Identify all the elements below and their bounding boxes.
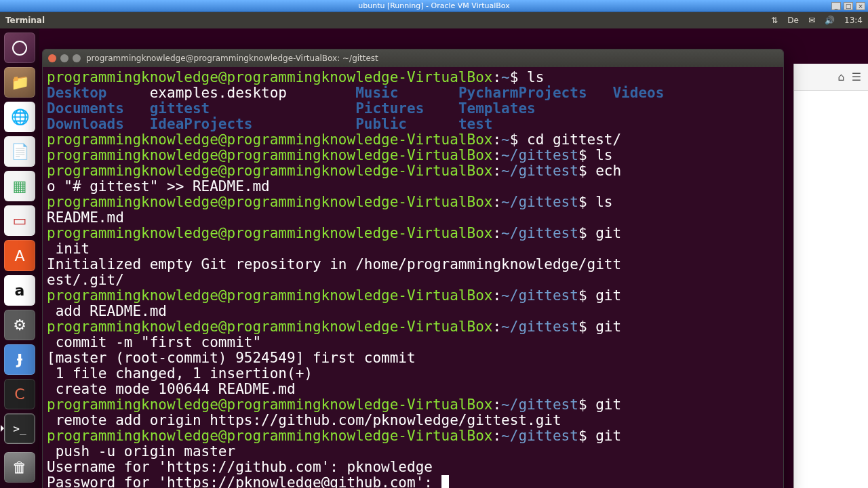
desktop: 📁 🌐 📄 ▦ ▭ A a ⚙ Ɉ C >_ 🗑 ⌂ ☰ programming… — [0, 28, 868, 488]
terminal-close-button[interactable] — [48, 54, 56, 62]
clock[interactable]: 13:4 — [844, 16, 863, 25]
messages-icon[interactable]: ✉ — [808, 16, 815, 25]
terminal-window: programmingknowledge@programmingknowledg… — [42, 49, 784, 488]
terminal-launcher-icon[interactable]: >_ — [4, 413, 35, 444]
libreoffice-writer-icon[interactable]: 📄 — [4, 136, 35, 167]
terminal-titlebar[interactable]: programmingknowledge@programmingknowledg… — [43, 49, 783, 67]
jetbrains-icon[interactable]: Ɉ — [4, 344, 35, 375]
libreoffice-calc-icon[interactable]: ▦ — [4, 171, 35, 201]
window-controls: _ □ × — [831, 2, 865, 10]
settings-icon[interactable]: ⚙ — [4, 310, 35, 340]
dash-icon[interactable] — [4, 33, 35, 63]
terminal-body[interactable]: programmingknowledge@programmingknowledg… — [43, 67, 783, 488]
close-button[interactable]: × — [856, 2, 865, 10]
background-browser-window: ⌂ ☰ — [793, 64, 868, 488]
sound-icon[interactable]: 🔊 — [825, 16, 835, 25]
maximize-button[interactable]: □ — [844, 2, 853, 10]
virtualbox-titlebar: ubuntu [Running] - Oracle VM VirtualBox … — [0, 0, 868, 12]
minimize-button[interactable]: _ — [831, 2, 841, 10]
home-icon[interactable]: ⌂ — [838, 70, 845, 83]
libreoffice-impress-icon[interactable]: ▭ — [4, 205, 35, 236]
network-icon[interactable]: ⇅ — [771, 16, 778, 25]
vbox-title: ubuntu [Running] - Oracle VM VirtualBox — [358, 1, 510, 10]
active-app-label: Terminal — [5, 16, 45, 25]
terminal-maximize-button[interactable] — [73, 54, 81, 62]
keyboard-layout[interactable]: De — [787, 16, 799, 25]
software-center-icon[interactable]: A — [4, 240, 35, 270]
firefox-icon[interactable]: 🌐 — [4, 102, 35, 132]
terminal-minimize-button[interactable] — [60, 54, 68, 62]
ccleaner-icon[interactable]: C — [4, 379, 35, 409]
amazon-icon[interactable]: a — [4, 275, 35, 306]
unity-launcher: 📁 🌐 📄 ▦ ▭ A a ⚙ Ɉ C >_ 🗑 — [0, 28, 39, 488]
svg-point-0 — [13, 41, 26, 55]
trash-icon[interactable]: 🗑 — [4, 452, 35, 483]
ubuntu-top-bar: Terminal ⇅ De ✉ 🔊 13:4 — [0, 12, 868, 28]
files-icon[interactable]: 📁 — [4, 67, 35, 98]
system-indicators: ⇅ De ✉ 🔊 13:4 — [771, 16, 863, 25]
hamburger-icon[interactable]: ☰ — [852, 70, 861, 83]
terminal-title: programmingknowledge@programmingknowledg… — [86, 54, 378, 63]
